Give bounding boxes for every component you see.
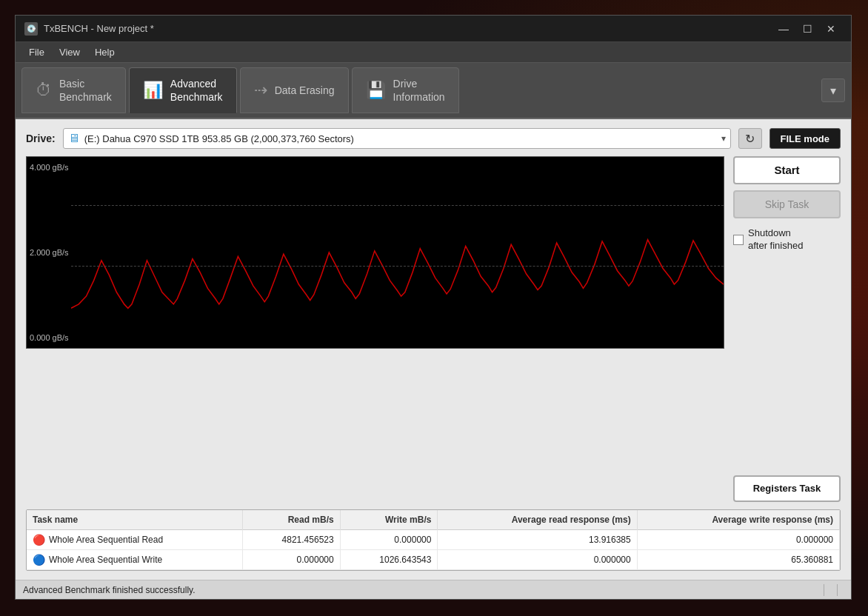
tab-erasing-icon: ⇢ [254, 81, 267, 100]
task-read-cell: 4821.456523 [242, 530, 340, 550]
skip-task-button: Skip Task [733, 190, 841, 218]
col-read: Read mB/s [242, 510, 340, 530]
task-avg-read-cell: 0.000000 [438, 550, 637, 570]
drive-select[interactable]: 🖥 (E:) Dahua C970 SSD 1TB 953.85 GB (2,0… [63, 128, 731, 149]
menu-bar: File View Help [16, 42, 851, 63]
tab-advanced-icon: 📊 [143, 81, 163, 100]
tab-drive-label: DriveInformation [393, 77, 445, 104]
col-write: Write mB/s [340, 510, 438, 530]
benchmark-graph: 4.000 gB/s 2.000 gB/s 0.000 gB/s [26, 156, 724, 349]
status-text: Advanced Benchmark finished successfully… [23, 585, 817, 595]
right-panel: Start Skip Task Shutdownafter finished R… [733, 156, 841, 502]
menu-file[interactable]: File [21, 44, 52, 61]
status-bar: Advanced Benchmark finished successfully… [16, 580, 851, 599]
registers-task-button[interactable]: Registers Task [733, 475, 841, 502]
table-row: 🔵Whole Area Sequential Write 0.000000 10… [27, 550, 840, 570]
drive-dropdown-arrow[interactable]: ▾ [721, 133, 726, 144]
tab-erasing-label: Data Erasing [275, 84, 335, 97]
menu-help[interactable]: Help [87, 44, 122, 61]
tab-basic[interactable]: ⏱ BasicBenchmark [21, 67, 126, 113]
window-title: TxBENCH - New project * [44, 23, 772, 34]
status-divider-2 [837, 584, 838, 596]
y-label-bottom: 0.000 gB/s [30, 333, 69, 342]
col-task-name: Task name [27, 510, 242, 530]
tab-basic-label: BasicBenchmark [59, 77, 112, 104]
restore-button[interactable]: ☐ [796, 20, 818, 38]
y-label-mid: 2.000 gB/s [30, 248, 69, 257]
window-controls: — ☐ ✕ [772, 20, 842, 38]
graph-gridline-top [71, 205, 724, 206]
graph-gridline-mid [71, 266, 724, 267]
drive-refresh-button[interactable]: ↻ [738, 128, 762, 149]
task-name-cell: 🔴Whole Area Sequential Read [27, 530, 242, 550]
drive-select-icon: 🖥 [68, 132, 80, 145]
shutdown-checkbox[interactable] [733, 235, 744, 245]
task-write-cell: 0.000000 [340, 530, 438, 550]
task-avg-write-cell: 65.360881 [637, 550, 839, 570]
task-write-icon: 🔵 [33, 554, 45, 566]
task-read-icon: 🔴 [33, 534, 45, 546]
tab-drive[interactable]: 💾 DriveInformation [352, 67, 459, 113]
close-button[interactable]: ✕ [820, 20, 842, 38]
col-avg-write: Average write response (ms) [637, 510, 839, 530]
minimize-button[interactable]: — [772, 20, 795, 38]
task-avg-read-cell: 13.916385 [438, 530, 637, 550]
drive-label: Drive: [26, 133, 56, 144]
graph-area [71, 157, 724, 348]
tab-erasing[interactable]: ⇢ Data Erasing [240, 67, 349, 113]
title-bar: 💽 TxBENCH - New project * — ☐ ✕ [16, 16, 851, 42]
app-icon: 💽 [24, 22, 38, 36]
table-row: 🔴Whole Area Sequential Read 4821.456523 … [27, 530, 840, 550]
shutdown-row: Shutdownafter finished [733, 227, 841, 252]
main-content: Drive: 🖥 (E:) Dahua C970 SSD 1TB 953.85 … [16, 119, 851, 580]
menu-view[interactable]: View [52, 44, 87, 61]
col-avg-read: Average read response (ms) [438, 510, 637, 530]
tab-advanced[interactable]: 📊 AdvancedBenchmark [129, 67, 237, 113]
graph-waveform [71, 157, 724, 348]
tab-bar: ⏱ BasicBenchmark 📊 AdvancedBenchmark ⇢ D… [16, 63, 851, 119]
results-table: Task name Read mB/s Write mB/s Average r… [26, 509, 841, 571]
drive-select-text: (E:) Dahua C970 SSD 1TB 953.85 GB (2,000… [84, 133, 718, 144]
y-label-top: 4.000 gB/s [30, 163, 69, 172]
start-button[interactable]: Start [733, 156, 841, 184]
tab-advanced-label: AdvancedBenchmark [170, 77, 223, 104]
middle-area: 4.000 gB/s 2.000 gB/s 0.000 gB/s Start [26, 156, 841, 502]
app-window: 💽 TxBENCH - New project * — ☐ ✕ File Vie… [15, 15, 852, 600]
task-read-cell: 0.000000 [242, 550, 340, 570]
task-name-cell: 🔵Whole Area Sequential Write [27, 550, 242, 570]
task-write-cell: 1026.643543 [340, 550, 438, 570]
file-mode-button[interactable]: FILE mode [769, 128, 841, 149]
status-divider [824, 584, 824, 596]
tab-dropdown-button[interactable]: ▾ [821, 78, 845, 102]
task-avg-write-cell: 0.000000 [637, 530, 839, 550]
graph-y-labels: 4.000 gB/s 2.000 gB/s 0.000 gB/s [30, 157, 69, 348]
shutdown-label: Shutdownafter finished [748, 227, 803, 252]
tab-drive-icon: 💾 [366, 81, 386, 100]
tab-basic-icon: ⏱ [36, 81, 52, 100]
drive-row: Drive: 🖥 (E:) Dahua C970 SSD 1TB 953.85 … [26, 128, 841, 149]
